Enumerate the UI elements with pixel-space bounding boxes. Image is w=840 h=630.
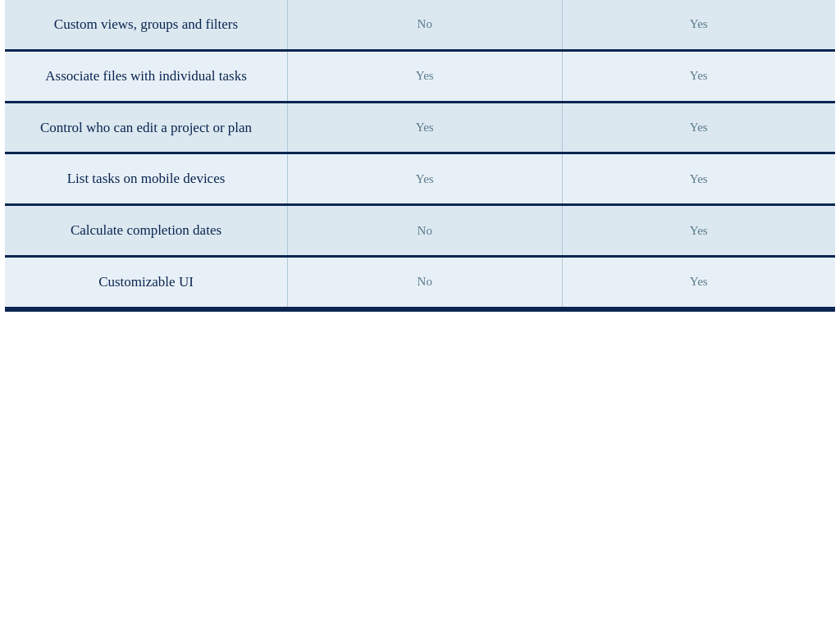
col2-value: Yes bbox=[562, 206, 836, 255]
col1-value: No bbox=[288, 0, 562, 49]
feature-cell: Customizable UI bbox=[5, 258, 288, 307]
col2-value: Yes bbox=[562, 0, 836, 49]
table-row: List tasks on mobile devicesYesYes bbox=[5, 154, 835, 206]
table-row: Calculate completion datesNoYes bbox=[5, 206, 835, 258]
feature-cell: Control who can edit a project or plan bbox=[5, 103, 288, 153]
table-row: Customizable UINoYes bbox=[5, 258, 835, 309]
col2-value: Yes bbox=[562, 154, 836, 203]
col2-value: Yes bbox=[562, 103, 836, 153]
table-row: Control who can edit a project or planYe… bbox=[5, 103, 835, 155]
feature-cell: Calculate completion dates bbox=[5, 206, 288, 255]
col1-value: Yes bbox=[288, 103, 562, 153]
comparison-table: Custom views, groups and filtersNoYesAss… bbox=[5, 0, 835, 312]
col1-value: Yes bbox=[288, 52, 562, 101]
table-row: Associate files with individual tasksYes… bbox=[5, 52, 835, 103]
col1-value: Yes bbox=[288, 154, 562, 203]
feature-cell: Custom views, groups and filters bbox=[5, 0, 288, 49]
table-row: Custom views, groups and filtersNoYes bbox=[5, 0, 835, 52]
col1-value: No bbox=[288, 206, 562, 255]
col1-value: No bbox=[288, 258, 562, 307]
col2-value: Yes bbox=[562, 52, 836, 101]
col2-value: Yes bbox=[562, 258, 836, 307]
feature-cell: Associate files with individual tasks bbox=[5, 52, 288, 101]
feature-cell: List tasks on mobile devices bbox=[5, 154, 288, 203]
